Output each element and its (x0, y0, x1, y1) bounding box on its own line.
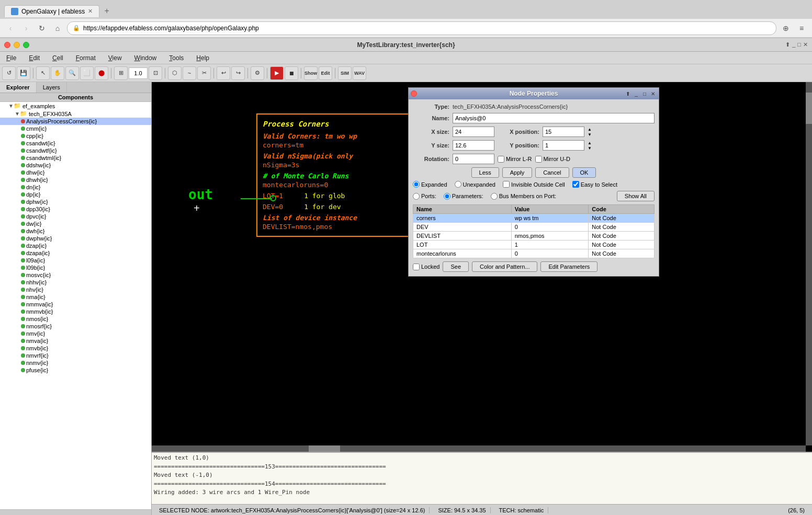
close-traffic-light[interactable] (4, 42, 10, 48)
invisible-checkbox[interactable]: Invisible Outside Cell (503, 181, 565, 188)
ports-radio-input[interactable] (413, 193, 420, 200)
toolbar-stop-btn[interactable]: ⏹ (285, 66, 298, 80)
table-row-montecarlo[interactable]: montecarloruns 0 Not Code (413, 249, 655, 258)
menu-file[interactable]: File (4, 53, 18, 63)
easy-select-checkbox[interactable]: Easy to Select (572, 181, 617, 188)
toolbar-run-btn[interactable]: ▶ (270, 66, 284, 80)
minimize-traffic-light[interactable] (14, 42, 20, 48)
toolbar-grid-btn[interactable]: ⊞ (114, 66, 128, 80)
xpos-up-btn[interactable]: ▲ (588, 127, 592, 132)
menu-help[interactable]: Help (194, 53, 211, 63)
menu-format[interactable]: Format (74, 53, 98, 63)
tree-item-cmm[interactable]: cmm{ic} (0, 125, 151, 132)
tree-item-dn[interactable]: dn{ic} (0, 184, 151, 191)
menu-tools[interactable]: Tools (167, 53, 186, 63)
tree-item-tech[interactable]: ▼ 📁 tech_EFXH035A (0, 110, 151, 118)
canvas-scrollbar-h[interactable] (152, 445, 806, 452)
tree-item-dw[interactable]: dw{ic} (0, 220, 151, 227)
apply-button[interactable]: Apply (502, 167, 533, 178)
address-bar[interactable]: 🔒 (67, 21, 776, 35)
toolbar-box-btn[interactable]: ⬜ (80, 66, 94, 80)
dialog-rotation-input[interactable] (453, 154, 494, 164)
toolbar-wav-btn[interactable]: WAV (353, 66, 366, 80)
ports-radio[interactable]: Ports: (413, 193, 436, 200)
edit-parameters-button[interactable]: Edit Parameters (540, 261, 597, 272)
canvas-area[interactable]: Process Corners Valid Corners: tm wo wp … (152, 82, 812, 452)
menu-button[interactable]: ≡ (795, 22, 808, 35)
win-minimize-icon[interactable]: _ (792, 41, 795, 48)
dialog-ypos-input[interactable] (543, 140, 584, 151)
menu-window[interactable]: Window (132, 53, 159, 63)
tree-item-cpp[interactable]: cpp{ic} (0, 132, 151, 140)
tree-item-l09b[interactable]: l09b{ic} (0, 264, 151, 271)
param-value-dev[interactable]: 0 (511, 223, 589, 232)
unexpanded-radio[interactable]: Unexpanded (455, 181, 495, 188)
parameters-radio[interactable]: Parameters: (444, 193, 483, 200)
sidebar-tab-explorer[interactable]: Explorer (0, 82, 37, 93)
canvas-scrollbar-v[interactable] (806, 82, 812, 445)
tree-item-ddshw[interactable]: ddshw{ic} (0, 162, 151, 169)
show-all-button[interactable]: Show All (617, 191, 655, 201)
dialog-xpos-input[interactable] (543, 127, 584, 137)
dialog-xsize-input[interactable] (453, 127, 494, 137)
tree-item-pfuse[interactable]: pfuse{ic} (0, 367, 151, 374)
tree-item-nmvrf[interactable]: nmvrf{ic} (0, 352, 151, 359)
toolbar-place-btn[interactable]: ⬡ (168, 66, 182, 80)
locked-checkbox[interactable]: Locked (413, 264, 439, 270)
dialog-up-icon[interactable]: ⬆ (624, 90, 631, 97)
tree-item-nnmv[interactable]: nnmv{ic} (0, 359, 151, 367)
cancel-button[interactable]: Cancel (535, 167, 569, 178)
tree-item-dphw[interactable]: dphw{ic} (0, 198, 151, 205)
new-tab-button[interactable]: + (99, 5, 114, 17)
toolbar-props-btn[interactable]: ⚙ (251, 66, 264, 80)
menu-edit[interactable]: Edit (27, 53, 42, 63)
tree-item-nmosrf[interactable]: nmosrf{ic} (0, 323, 151, 330)
dialog-close-button[interactable] (411, 90, 417, 97)
dialog-close-icon[interactable]: ✕ (649, 90, 657, 97)
win-expand-icon[interactable]: ⬆ (785, 41, 790, 48)
tree-item-dwh[interactable]: dwh{ic} (0, 227, 151, 235)
bus-radio[interactable]: Bus Members on Port: (491, 193, 556, 200)
win-close-icon[interactable]: ✕ (803, 41, 808, 48)
tree-item-nhv[interactable]: nhv{ic} (0, 286, 151, 293)
bus-radio-input[interactable] (491, 193, 498, 200)
forward-button[interactable]: › (20, 22, 32, 35)
home-button[interactable]: ⌂ (51, 22, 64, 35)
ypos-up-btn[interactable]: ▲ (588, 141, 592, 145)
tree-item-nmva[interactable]: nmva{ic} (0, 337, 151, 345)
table-row-dev[interactable]: DEV 0 Not Code (413, 223, 655, 232)
maximize-traffic-light[interactable] (23, 42, 29, 48)
toolbar-new-btn[interactable]: ↺ (2, 66, 16, 80)
less-button[interactable]: Less (471, 167, 499, 178)
easy-select-check[interactable] (572, 181, 579, 188)
expanded-radio-input[interactable] (413, 181, 420, 188)
win-maximize-icon[interactable]: □ (797, 41, 801, 48)
sidebar-tab-layers[interactable]: Layers (37, 82, 67, 93)
tree-item-nmos[interactable]: nmos{ic} (0, 315, 151, 323)
tree-item-mosvc[interactable]: mosvc{ic} (0, 271, 151, 279)
toolbar-zoom-btn[interactable]: 🔍 (65, 66, 79, 80)
dialog-minimize-icon[interactable]: _ (633, 90, 640, 97)
tree-item-dhw[interactable]: dhw{ic} (0, 169, 151, 176)
tree-item-csandwtf[interactable]: csandwtf{ic} (0, 147, 151, 154)
tree-item-csandwt[interactable]: csandwt{ic} (0, 140, 151, 147)
color-pattern-button[interactable]: Color and Pattern... (472, 261, 537, 272)
param-value-corners[interactable]: wp ws tm (511, 214, 589, 223)
ypos-down-btn[interactable]: ▼ (588, 146, 592, 151)
expanded-radio[interactable]: Expanded (413, 181, 447, 188)
toolbar-edit-btn[interactable]: Edit (319, 66, 332, 80)
dialog-ysize-input[interactable] (453, 140, 494, 151)
tree-item-nhhv[interactable]: nhhv{ic} (0, 279, 151, 286)
toolbar-select-btn[interactable]: ↖ (36, 66, 50, 80)
tree-item-nmmva[interactable]: nmmva{ic} (0, 301, 151, 308)
browser-tab-active[interactable]: OpenGalaxy | efabless ✕ (4, 5, 99, 17)
unexpanded-radio-input[interactable] (455, 181, 461, 188)
tree-item-ef-examples[interactable]: ▼ 📁 ef_examples (0, 102, 151, 110)
table-row-devlist[interactable]: DEVLIST nmos,pmos Not Code (413, 232, 655, 241)
tree-item-nma[interactable]: nma{ic} (0, 293, 151, 301)
param-value-lot[interactable]: 1 (511, 241, 589, 249)
tab-close-button[interactable]: ✕ (88, 8, 93, 15)
toolbar-circle-btn[interactable]: ⬤ (95, 66, 108, 80)
ok-button[interactable]: OK (572, 167, 596, 178)
tree-item-dpvc[interactable]: dpvc{ic} (0, 213, 151, 220)
